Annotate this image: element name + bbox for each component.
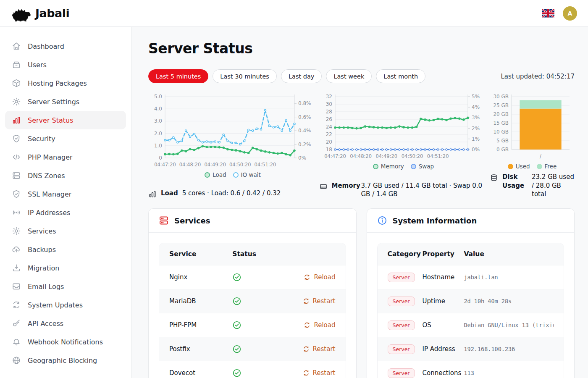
svg-text:2%: 2% — [472, 126, 480, 131]
sidebar-item-security[interactable]: Security — [5, 129, 126, 148]
category-badge: Server — [388, 273, 415, 282]
svg-text:2.0: 2.0 — [154, 131, 162, 136]
refresh-icon — [12, 300, 21, 310]
svg-text:1%: 1% — [472, 136, 480, 142]
package-icon — [12, 79, 21, 88]
svg-text:0.6%: 0.6% — [298, 114, 311, 120]
service-row: MariaDB Restart — [159, 289, 346, 313]
svg-text:04:49:20: 04:49:20 — [375, 153, 397, 159]
restart-mariadb-button[interactable]: Restart — [303, 297, 336, 305]
service-row: Dovecot Restart — [159, 361, 346, 378]
disk-icon — [490, 173, 498, 182]
time-filter-last-month[interactable]: Last month — [376, 69, 425, 83]
svg-text:04:50:20: 04:50:20 — [401, 153, 423, 159]
sidebar-item-ip-addresses[interactable]: IP Addresses — [5, 203, 126, 222]
sidebar-item-label: DNS Zones — [28, 172, 65, 180]
refresh-icon — [303, 346, 310, 352]
sidebar-item-label: Dashboard — [28, 42, 64, 50]
svg-text:04:51:20: 04:51:20 — [255, 162, 276, 168]
stat-value: 3.7 GB used / 11.4 GB total · Swap 0.0 G… — [361, 181, 488, 199]
services-icon — [159, 215, 169, 226]
sidebar-item-backups[interactable]: Backups — [5, 240, 126, 259]
disk-stat: Disk Usage23.2 GB used / 28.0 GB total — [490, 173, 575, 198]
sidebar-item-users[interactable]: Users — [5, 55, 126, 74]
sidebar-item-services[interactable]: Services — [5, 222, 126, 240]
sidebar-item-email-logs[interactable]: Email Logs — [5, 277, 126, 296]
service-name: Postfix — [169, 345, 232, 353]
category-badge: Server — [388, 344, 415, 354]
sidebar-item-label: Server Status — [28, 116, 74, 124]
charts-row: 01.02.03.04.05.00%0.2%0.4%0.6%0.8%04:47:… — [148, 92, 575, 198]
sysinfo-row: Server IP Address 192.168.100.236 — [378, 337, 564, 361]
restart-postfix-button[interactable]: Restart — [303, 345, 336, 353]
reload-php-fpm-button[interactable]: Reload — [304, 321, 335, 329]
sysinfo-value: 113 — [464, 370, 554, 376]
sidebar-item-php-manager[interactable]: PHP Manager — [5, 148, 126, 166]
load-chart-legend: LoadIO wait — [148, 171, 317, 178]
sidebar-item-server-status[interactable]: Server Status — [5, 111, 126, 129]
load-icon — [148, 190, 157, 198]
legend-swap: Swap — [411, 163, 434, 170]
load-chart: 01.02.03.04.05.00%0.2%0.4%0.6%0.8%04:47:… — [148, 92, 317, 171]
sidebar-item-api-access[interactable]: API Access — [5, 314, 126, 333]
sidebar-item-server-settings[interactable]: Server Settings — [5, 92, 126, 111]
svg-text:/: / — [540, 153, 541, 159]
service-name: PHP-FPM — [169, 321, 232, 329]
globe-icon — [12, 356, 21, 365]
sidebar-item-dashboard[interactable]: Dashboard — [5, 37, 126, 55]
sidebar-item-label: API Access — [28, 320, 63, 328]
svg-text:04:48:20: 04:48:20 — [350, 153, 372, 159]
legend-used: Used — [508, 163, 530, 170]
server-stack-icon — [12, 171, 21, 180]
time-filter-last-week[interactable]: Last week — [326, 69, 372, 83]
sidebar-item-hosting-packages[interactable]: Hosting Packages — [5, 74, 126, 92]
sidebar: Dashboard Users Hosting Packages Server … — [0, 27, 131, 378]
restart-dovecot-button[interactable]: Restart — [303, 369, 336, 377]
svg-text:0.4%: 0.4% — [298, 128, 311, 134]
time-filter-last-30-minutes[interactable]: Last 30 minutes — [213, 69, 277, 83]
sysinfo-property: OS — [423, 321, 464, 329]
svg-text:0%: 0% — [298, 155, 306, 161]
sidebar-item-label: Hosting Packages — [28, 79, 87, 87]
sidebar-item-geographic-blocking[interactable]: Geographic Blocking — [5, 351, 126, 370]
shield-check-icon — [12, 134, 21, 143]
sidebar-item-dns-zones[interactable]: DNS Zones — [5, 166, 126, 185]
sidebar-item-label: Geographic Blocking — [28, 357, 97, 365]
service-action-label: Restart — [313, 297, 336, 305]
sysinfo-row: Server Connections 113 — [378, 361, 564, 378]
disk-chart-block: 0 GB5 GB10 GB15 GB20 GB25 GB30 GB/ UsedF… — [490, 92, 575, 198]
svg-text:3.0: 3.0 — [154, 118, 162, 124]
time-filter-last-5-minutes[interactable]: Last 5 minutes — [148, 69, 208, 83]
sidebar-item-label: Users — [28, 61, 47, 69]
code-icon — [12, 152, 21, 162]
legend-io-wait: IO wait — [233, 171, 261, 178]
main-content: Server Status Last 5 minutes Last 30 min… — [131, 27, 588, 378]
time-filter-last-day[interactable]: Last day — [281, 69, 322, 83]
category-badge: Server — [388, 320, 415, 330]
reload-nginx-button[interactable]: Reload — [304, 273, 335, 281]
svg-text:28: 28 — [326, 109, 332, 115]
cloud-up-icon — [12, 245, 21, 254]
svg-text:10 GB: 10 GB — [493, 129, 509, 135]
status-ok-icon — [232, 320, 242, 330]
language-flag-uk[interactable] — [542, 9, 554, 18]
sidebar-item-migration[interactable]: Migration — [5, 259, 126, 277]
svg-text:0.2%: 0.2% — [298, 142, 311, 147]
status-ok-icon — [232, 297, 242, 306]
sidebar-item-label: Email Logs — [28, 283, 64, 291]
status-ok-icon — [232, 273, 242, 282]
bar-chart-icon — [12, 116, 21, 125]
disk-usage-chart: 0 GB5 GB10 GB15 GB20 GB25 GB30 GB/ — [490, 92, 575, 162]
gear-icon — [12, 226, 21, 236]
sidebar-item-ssl-manager[interactable]: SSL Manager — [5, 185, 126, 203]
refresh-icon — [303, 370, 310, 376]
svg-text:18: 18 — [326, 147, 332, 152]
shield-check-icon — [12, 189, 21, 199]
sysinfo-value: Debian GNU/Linux 13 (trixie) — [464, 322, 554, 328]
user-avatar[interactable]: A — [563, 6, 577, 21]
svg-text:5%: 5% — [472, 94, 480, 100]
sidebar-item-webhook-notifications[interactable]: Webhook Notifications — [5, 333, 126, 351]
sidebar-item-label: SSL Manager — [28, 190, 71, 198]
services-card: Services Service Status Nginx — [148, 208, 357, 378]
sidebar-item-system-updates[interactable]: System Updates — [5, 296, 126, 314]
